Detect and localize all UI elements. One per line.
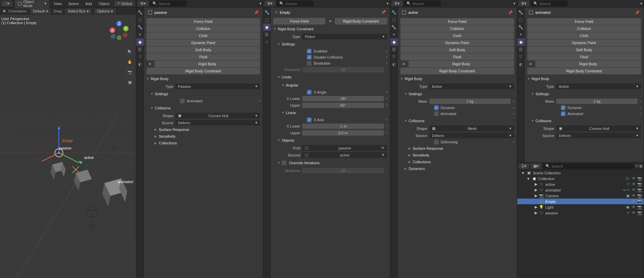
editor-type-icon[interactable]: ⬚▾ [1, 1, 12, 6]
btn-cloth[interactable]: Cloth [400, 32, 514, 39]
options-icon[interactable]: ▾ [387, 1, 389, 6]
breakable-checkbox[interactable] [307, 61, 312, 66]
render-icon[interactable]: 📷 [637, 188, 642, 192]
section-collisions[interactable]: ▼Collisions [527, 117, 641, 125]
menu-view[interactable]: View [52, 1, 64, 6]
deforming-checkbox[interactable] [434, 140, 439, 144]
tab-tool-icon[interactable]: 🔧 [390, 9, 398, 16]
remove-icon[interactable]: ✕ [527, 61, 534, 67]
btn-collision[interactable]: Collision [400, 25, 514, 32]
tab-data-icon[interactable]: ⊹ [263, 38, 271, 46]
search-box[interactable]: 🔍 [543, 163, 634, 169]
shape-dropdown[interactable]: ▦ Mesh▾ [429, 126, 514, 131]
tab-constraint-icon[interactable]: ⛓ [390, 46, 398, 53]
pin-icon[interactable]: 📌 [381, 10, 386, 14]
remove-icon[interactable]: ✕ [400, 61, 407, 67]
btn-soft-body[interactable]: Soft Body [527, 46, 641, 53]
orientation-value[interactable]: Default ▾ [30, 8, 51, 14]
btn-force-field[interactable]: Force Field [400, 18, 514, 25]
tab-render-icon[interactable]: ▢ [263, 16, 271, 24]
tab-mesh-icon[interactable]: ▽ [390, 53, 398, 61]
type-dropdown[interactable]: Piston▾ [302, 34, 387, 39]
btn-rigid-body[interactable]: Rigid Body [535, 61, 641, 67]
render-icon[interactable]: 📷 [637, 211, 642, 215]
section-linear[interactable]: ▼Linear [273, 109, 387, 117]
upper-value[interactable]: 0.5 m [302, 130, 384, 136]
render-icon[interactable]: 📷 [637, 199, 642, 204]
camera-icon[interactable]: 📷 [125, 67, 135, 77]
section-rigid-body[interactable]: ▼Rigid Body⋮⋮⋮ [400, 75, 514, 83]
remove-icon[interactable]: ✕ [146, 61, 153, 67]
source-dropdown[interactable]: Deform▾ [429, 133, 514, 138]
mode-selector[interactable]: Object Mode ▾ [15, 0, 49, 8]
section-collections[interactable]: ▶Collections [146, 140, 260, 146]
btn-dynamic-paint[interactable]: Dynamic Paint [146, 39, 260, 46]
section-limits[interactable]: ▼Limits [273, 73, 387, 81]
section-collections[interactable]: ▶Collections [400, 159, 514, 165]
dynamic-checkbox[interactable]: ✓ [434, 105, 439, 110]
second-dropdown[interactable]: ▢ active✕ [302, 152, 387, 158]
outliner-item-active[interactable]: ▶ ▽ active ▽ 👁📷 [517, 181, 644, 187]
perspective-icon[interactable]: ▦ [125, 77, 135, 87]
options-icon[interactable]: ▾ [513, 1, 515, 6]
outliner-scene-collection[interactable]: ▼ ▣ Scene Collection [517, 170, 644, 176]
btn-rigid-body-constraint[interactable]: Rigid Body Constraint [146, 68, 260, 74]
btn-rigid-body-constraint[interactable]: Rigid Body Constraint [335, 18, 387, 25]
section-sensitivity[interactable]: ▶Sensitivity [400, 152, 514, 159]
search-input[interactable] [539, 2, 560, 6]
tab-wrench-icon[interactable]: 🔧 [517, 24, 525, 31]
pan-icon[interactable]: ✋ [125, 57, 135, 67]
eye-icon[interactable]: 👁 [631, 194, 636, 198]
viewport-3d[interactable]: ⬚▾ Object Mode ▾ View Select Add Object … [0, 0, 136, 278]
remove-icon[interactable]: ✕ [327, 18, 333, 25]
tab-tool-icon[interactable]: 🔧 [136, 9, 144, 16]
animated-checkbox[interactable]: ✓ [561, 111, 566, 116]
shape-dropdown[interactable]: ▣ Convex Hull▾ [175, 113, 260, 118]
search-box[interactable]: 🔍 [150, 1, 187, 6]
animated-checkbox[interactable] [434, 111, 439, 116]
zoom-icon[interactable]: 🔍 [125, 47, 135, 57]
tab-tool-icon[interactable]: 🔧 [263, 9, 271, 16]
tab-mesh-icon[interactable]: ▽ [136, 53, 144, 61]
btn-dynamic-paint[interactable]: Dynamic Paint [400, 39, 514, 46]
tab-physics-icon[interactable]: ◉ [517, 38, 525, 46]
btn-rigid-body-constraint[interactable]: Rigid Body Constraint [527, 68, 641, 74]
tab-render-icon[interactable]: ▢ [136, 16, 144, 24]
clear-icon[interactable]: ✕ [382, 153, 385, 157]
btn-soft-body[interactable]: Soft Body [400, 46, 514, 53]
enabled-checkbox[interactable]: ✓ [307, 49, 312, 54]
render-icon[interactable]: 📷 [637, 176, 642, 181]
type-dropdown[interactable]: Active▾ [556, 83, 641, 89]
transform-orientation[interactable]: ↗ Global [114, 1, 135, 6]
section-settings[interactable]: ▼Settings [400, 90, 514, 98]
display-mode-icon[interactable]: ▦▾ [531, 163, 541, 169]
btn-rigid-body-constraint[interactable]: Rigid Body Constraint [400, 68, 514, 74]
btn-rigid-body[interactable]: Rigid Body [154, 61, 260, 67]
render-icon[interactable]: 📷 [637, 205, 642, 209]
outliner-item-light[interactable]: ▶ 💡 Light ◉ 👁📷 [517, 204, 644, 210]
btn-cloth[interactable]: Cloth [527, 32, 641, 39]
tab-mesh-icon[interactable]: ▽ [517, 53, 525, 61]
options-dropdown[interactable]: Options ▾ [94, 8, 116, 14]
btn-fluid[interactable]: Fluid [527, 54, 641, 60]
source-dropdown[interactable]: Deform▾ [175, 120, 260, 126]
tab-constraint-icon[interactable]: ⛓ [136, 46, 144, 53]
eye-icon[interactable]: 👁 [631, 211, 636, 215]
disable-collisions-checkbox[interactable]: ✓ [307, 55, 312, 60]
search-input[interactable] [158, 2, 179, 6]
render-icon[interactable]: 📷 [637, 182, 642, 186]
editor-icon[interactable]: ☰▾ [518, 163, 529, 169]
shape-dropdown[interactable]: ▣ Convex Hull▾ [556, 126, 641, 131]
menu-add[interactable]: Add [83, 1, 94, 6]
section-constraint[interactable]: ▼Rigid Body Constraint⋮⋮⋮ [273, 25, 387, 33]
clear-icon[interactable]: ✕ [381, 146, 384, 150]
section-angular[interactable]: ▼Angular [273, 81, 387, 89]
search-box[interactable]: 🔍 [404, 1, 441, 6]
tab-render-icon[interactable]: ▢ [517, 16, 525, 24]
threshold-value[interactable]: 10 [302, 67, 384, 72]
section-surface-response[interactable]: ▶Surface Response [400, 145, 514, 152]
search-box[interactable]: 🔍 [277, 1, 314, 6]
search-box[interactable]: 🔍 [531, 1, 568, 6]
pin-icon[interactable]: 📌 [635, 10, 640, 15]
x-lower-value[interactable]: -1 m [302, 124, 384, 129]
